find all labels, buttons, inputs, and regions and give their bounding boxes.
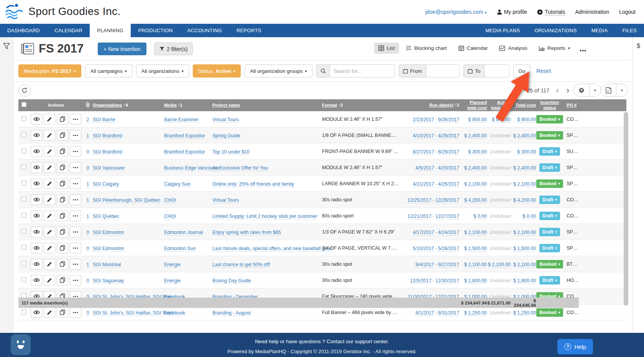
organizations-link[interactable]: SGI Peterborough, SGI Québec	[93, 197, 161, 203]
status-badge[interactable]: Booked▾	[536, 260, 563, 268]
start-date-link[interactable]: 12/5/2017	[410, 278, 432, 284]
more-actions-button[interactable]	[70, 307, 81, 318]
planned-cost-link[interactable]: $ 4,200.00	[464, 197, 487, 203]
organizations-link[interactable]: SGI Edmonton	[93, 246, 124, 252]
row-checkbox[interactable]	[21, 116, 26, 121]
end-date-link[interactable]: 12/30/2017	[435, 278, 459, 284]
total-cost-link[interactable]: $ 2,100.00	[513, 230, 536, 235]
edit-button[interactable]	[44, 162, 55, 173]
end-date-link[interactable]: 5/26/2017	[438, 246, 459, 252]
edit-button[interactable]	[44, 227, 55, 237]
total-cost-link[interactable]: $ 2,400.00	[513, 133, 536, 139]
edit-button[interactable]	[44, 178, 55, 189]
col-planned-total-cost[interactable]: Planned total cost	[459, 100, 487, 110]
end-date-link[interactable]: 12/29/2017	[435, 197, 459, 203]
more-actions-button[interactable]	[70, 130, 81, 141]
planned-cost-link[interactable]: $ 1,500.00	[464, 246, 487, 252]
edit-button[interactable]	[44, 211, 55, 221]
start-date-link[interactable]: 4/21/2017	[413, 181, 434, 187]
search-input[interactable]	[330, 65, 394, 77]
duplicate-button[interactable]	[57, 178, 68, 189]
row-checkbox[interactable]	[21, 165, 26, 169]
end-date-link[interactable]: 4/29/2017	[438, 133, 459, 139]
nav-tab-accounting[interactable]: ACCOUNTING	[180, 24, 229, 37]
total-cost-link[interactable]: $ 4,200.00	[513, 197, 536, 203]
media-link[interactable]: Calgary Sun	[164, 181, 191, 187]
nav-tab-planning[interactable]: PLANNING	[90, 24, 131, 37]
help-button[interactable]: ? Help	[557, 339, 593, 354]
end-date-link[interactable]: 4/24/2017	[438, 230, 459, 235]
more-actions-button[interactable]	[70, 275, 81, 286]
organizations-link[interactable]: SGI Montréal	[93, 262, 121, 268]
media-link[interactable]: Facebook	[164, 310, 185, 316]
end-date-link[interactable]: 12/27/2017	[435, 214, 459, 219]
status-badge[interactable]: Booked▾	[536, 179, 563, 188]
excel-export-button[interactable]: x	[601, 84, 616, 96]
administration-link[interactable]: Administration	[575, 9, 609, 15]
edit-button[interactable]	[44, 146, 55, 157]
view-button[interactable]	[31, 243, 42, 253]
project-name-link[interactable]: Top 10 under $10	[212, 149, 250, 155]
total-cost-link[interactable]: $ 1,500.00	[513, 246, 536, 252]
row-checkbox[interactable]	[21, 197, 26, 202]
col-project-name[interactable]: Project name	[212, 103, 322, 108]
my-profile-link[interactable]: My profile	[497, 9, 527, 15]
more-actions-button[interactable]	[70, 146, 81, 157]
view-calendar[interactable]: Calendar	[454, 43, 492, 54]
view-button[interactable]	[31, 114, 42, 125]
view-button[interactable]	[31, 227, 42, 237]
total-cost-link[interactable]: $ 0.00	[522, 214, 536, 219]
project-name-link[interactable]: Last chance to get 50% off!	[212, 262, 270, 268]
project-name-link[interactable]: Virtual Tours	[212, 197, 239, 203]
edit-button[interactable]	[44, 114, 55, 125]
status-badge[interactable]: Booked▾	[536, 131, 563, 140]
nav-tab-media-plans[interactable]: MEDIA PLANS	[478, 24, 527, 37]
from-date-input[interactable]	[426, 65, 459, 77]
edit-button[interactable]	[44, 243, 55, 253]
project-name-link[interactable]: Limited Supply: Limit 2 hockey stick per…	[212, 214, 317, 219]
col-po-number[interactable]: PO #	[564, 103, 579, 108]
view-button[interactable]	[31, 146, 42, 157]
view-button[interactable]	[31, 130, 42, 141]
end-date-link[interactable]: 8/29/2017	[438, 149, 459, 155]
view-analysis[interactable]: Analysis	[495, 43, 531, 54]
more-actions-button[interactable]	[70, 243, 81, 253]
start-date-link[interactable]: 9/4/2017	[416, 262, 434, 268]
end-date-link[interactable]: 9/26/2017	[438, 117, 459, 123]
nav-tab-media[interactable]: MEDIA	[584, 24, 615, 37]
media-link[interactable]: Edmonton Sun	[164, 246, 196, 252]
view-list[interactable]: List	[374, 43, 399, 54]
financials-tab[interactable]: $	[637, 43, 640, 49]
col-attachments[interactable]	[83, 102, 93, 109]
nav-tab-calendar[interactable]: CALENDAR	[47, 24, 90, 37]
media-link[interactable]: Energie	[164, 262, 181, 268]
attachment-count-link[interactable]: 0	[87, 165, 89, 171]
status-badge[interactable]: Draft▾	[539, 212, 560, 220]
media-link[interactable]: Brantford Expositor	[164, 149, 205, 155]
reset-link[interactable]: Reset	[536, 68, 551, 74]
project-name-link[interactable]: Boxing Day Guide	[212, 278, 251, 284]
end-date-link[interactable]: 4/20/2017	[438, 165, 459, 171]
start-date-link[interactable]: 4/10/2017	[413, 133, 434, 139]
view-blocking-chart[interactable]: Blocking chart	[402, 43, 451, 54]
start-date-link[interactable]: 4/17/2017	[413, 230, 434, 235]
view-button[interactable]	[31, 194, 42, 205]
duplicate-button[interactable]	[57, 162, 68, 173]
edit-button[interactable]	[44, 307, 55, 318]
more-actions-button[interactable]	[70, 194, 81, 205]
duplicate-button[interactable]	[57, 130, 68, 141]
planned-cost-link[interactable]: $ 2,100.00	[464, 181, 487, 187]
filters-button[interactable]: 2 filter(s)	[154, 43, 193, 55]
organizations-filter[interactable]: All organizations ▾	[136, 64, 189, 77]
duplicate-button[interactable]	[57, 114, 68, 125]
attachment-count-link[interactable]: 1	[87, 181, 89, 187]
status-badge[interactable]: Draft▾	[539, 276, 560, 285]
org-groups-filter[interactable]: All organization groups ▾	[245, 64, 312, 77]
col-run-dates[interactable]: Run date(s) ↑3	[402, 103, 459, 108]
total-cost-link[interactable]: $ 300.00	[517, 149, 536, 155]
logout-link[interactable]: Logout	[619, 9, 636, 15]
start-date-link[interactable]: 5/10/2017	[413, 246, 434, 252]
status-badge[interactable]: Draft▾	[539, 163, 560, 172]
prev-page-button[interactable]: ‹	[555, 86, 560, 95]
actual-cost-link[interactable]: $ 2,100.00	[488, 262, 511, 268]
